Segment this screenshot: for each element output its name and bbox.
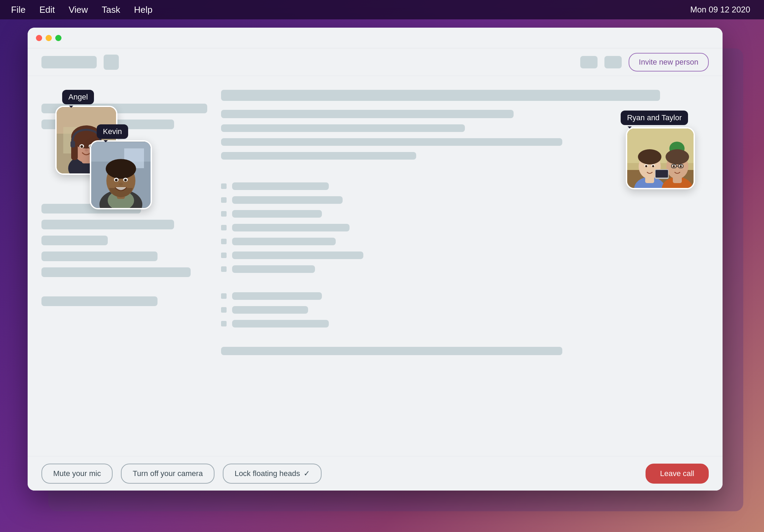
- ryan-taylor-svg: [627, 129, 695, 189]
- ryan-taylor-video[interactable]: [626, 127, 695, 189]
- toolbar-placeholder-3: [580, 56, 598, 68]
- svg-point-13: [85, 149, 88, 152]
- system-time: Mon 09 12 2020: [690, 5, 750, 15]
- mute-mic-button[interactable]: Mute your mic: [41, 464, 113, 484]
- menu-task[interactable]: Task: [102, 4, 120, 15]
- content-bar-8: [41, 296, 157, 306]
- toolbar-placeholder-2: [104, 55, 119, 70]
- right-bar-4: [221, 138, 562, 146]
- menu-edit[interactable]: Edit: [39, 4, 55, 15]
- svg-rect-54: [656, 170, 668, 178]
- right-bar-5: [221, 152, 416, 160]
- menubar: File Edit View Task Help Mon 09 12 2020: [0, 0, 764, 19]
- list-bar-9: [232, 306, 308, 314]
- svg-point-28: [119, 182, 123, 186]
- close-button[interactable]: [36, 35, 42, 41]
- list-dot-7: [221, 266, 227, 272]
- svg-point-11: [80, 145, 83, 148]
- checkmark-icon: ✓: [304, 469, 310, 478]
- list-dot-6: [221, 253, 227, 258]
- content-bar-7: [41, 267, 191, 277]
- list-row-5: [221, 238, 709, 245]
- svg-point-37: [638, 149, 661, 164]
- list-bar-7: [232, 265, 315, 273]
- list-bar-8: [232, 292, 322, 300]
- ryan-taylor-bubble: Ryan and Taylor: [621, 111, 688, 125]
- right-panel: Ryan and Taylor: [221, 90, 709, 442]
- titlebar: [28, 28, 723, 48]
- list-bar-1: [232, 182, 329, 190]
- list-bar-10: [232, 320, 329, 327]
- top-toolbar: Invite new person: [28, 48, 723, 76]
- right-bar-2: [221, 110, 514, 118]
- content-bar-6: [41, 251, 157, 261]
- svg-point-49: [680, 165, 682, 167]
- minimize-button[interactable]: [46, 35, 52, 41]
- list-dot-5: [221, 239, 227, 244]
- main-area: Angel: [28, 76, 723, 456]
- kevin-bubble: Kevin: [97, 124, 128, 139]
- svg-point-27: [124, 179, 127, 181]
- fullscreen-button[interactable]: [55, 35, 61, 41]
- list-dot-1: [221, 183, 227, 189]
- leave-call-button[interactable]: Leave call: [646, 464, 709, 484]
- kevin-video-feed: [91, 142, 151, 208]
- right-bar-bottom: [221, 347, 562, 355]
- svg-rect-14: [70, 141, 75, 148]
- list-bar-4: [232, 224, 350, 231]
- right-bar-1: [221, 90, 660, 101]
- list-dot-9: [221, 307, 227, 313]
- invite-button[interactable]: Invite new person: [629, 53, 709, 72]
- list-row-2: [221, 196, 709, 204]
- svg-point-23: [106, 159, 136, 179]
- window-content: Invite new person: [28, 48, 723, 491]
- list-row-3: [221, 210, 709, 218]
- toolbar-placeholder-1: [41, 56, 97, 68]
- kevin-video[interactable]: [90, 140, 152, 209]
- content-bar-5: [41, 236, 108, 245]
- angel-bubble: Angel: [62, 90, 94, 104]
- content-bar-4: [41, 220, 174, 229]
- list-row-4: [221, 224, 709, 231]
- svg-point-40: [645, 165, 647, 167]
- main-window: Invite new person: [28, 28, 723, 491]
- list-bar-5: [232, 238, 336, 245]
- list-row-9: [221, 306, 709, 314]
- right-bar-3: [221, 124, 465, 132]
- window-wrapper: Invite new person: [28, 28, 736, 504]
- svg-point-48: [673, 165, 675, 167]
- list-row-6: [221, 251, 709, 259]
- list-dot-2: [221, 197, 227, 203]
- list-dot-8: [221, 293, 227, 299]
- camera-off-button[interactable]: Turn off your camera: [121, 464, 214, 484]
- list-row-7: [221, 265, 709, 273]
- svg-point-26: [115, 179, 118, 181]
- list-dot-3: [221, 211, 227, 217]
- list-dot-4: [221, 225, 227, 230]
- lock-heads-label: Lock floating heads: [235, 469, 300, 478]
- menu-view[interactable]: View: [69, 4, 88, 15]
- list-dot-10: [221, 321, 227, 326]
- svg-point-41: [652, 165, 654, 167]
- left-panel: Angel: [41, 90, 207, 442]
- menu-help[interactable]: Help: [134, 4, 152, 15]
- svg-point-45: [666, 149, 689, 164]
- lock-heads-button[interactable]: Lock floating heads ✓: [223, 464, 322, 484]
- menu-file[interactable]: File: [11, 4, 26, 15]
- toolbar-placeholder-4: [604, 56, 622, 68]
- list-row-8: [221, 292, 709, 300]
- list-bar-3: [232, 210, 322, 218]
- kevin-avatar-svg: [91, 142, 151, 208]
- list-bar-6: [232, 251, 363, 259]
- list-bar-2: [232, 196, 343, 204]
- bottom-toolbar: Mute your mic Turn off your camera Lock …: [28, 456, 723, 491]
- list-row-10: [221, 320, 709, 327]
- traffic-lights: [36, 35, 61, 41]
